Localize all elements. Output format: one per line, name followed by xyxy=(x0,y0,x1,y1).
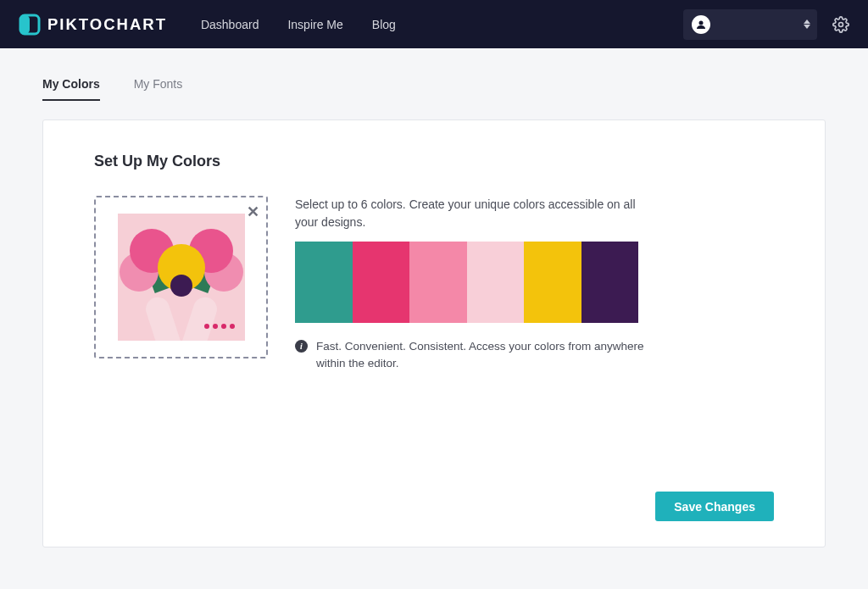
logo-icon xyxy=(19,14,41,36)
info-note: i Fast. Convenient. Consistent. Access y… xyxy=(295,338,651,373)
color-swatch-4[interactable] xyxy=(467,242,525,323)
settings-button[interactable] xyxy=(832,16,849,33)
color-swatch-2[interactable] xyxy=(353,242,410,323)
svg-point-3 xyxy=(839,22,843,26)
save-changes-button[interactable]: Save Changes xyxy=(655,492,774,521)
avatar-icon xyxy=(692,15,710,34)
info-icon: i xyxy=(295,340,308,353)
uploaded-thumbnail xyxy=(118,214,245,341)
main-nav: Dashboard Inspire Me Blog xyxy=(201,18,396,31)
remove-image-button[interactable]: ✕ xyxy=(247,203,259,221)
brand-logo[interactable]: PIKTOCHART xyxy=(19,14,167,36)
account-dropdown[interactable] xyxy=(683,9,817,40)
color-swatch-3[interactable] xyxy=(409,242,467,323)
description-text: Select up to 6 colors. Create your uniqu… xyxy=(295,196,651,231)
svg-point-2 xyxy=(699,20,704,25)
app-header: PIKTOCHART Dashboard Inspire Me Blog xyxy=(0,0,868,48)
info-text: Fast. Convenient. Consistent. Access you… xyxy=(316,338,651,373)
nav-dashboard[interactable]: Dashboard xyxy=(201,18,259,31)
brand-name: PIKTOCHART xyxy=(47,15,167,34)
tab-my-fonts[interactable]: My Fonts xyxy=(134,77,183,101)
color-palette xyxy=(295,242,638,323)
tab-my-colors[interactable]: My Colors xyxy=(42,77,100,101)
svg-rect-1 xyxy=(20,15,30,34)
image-dropzone[interactable]: ✕ xyxy=(94,196,268,358)
nav-inspire-me[interactable]: Inspire Me xyxy=(287,18,342,31)
color-swatch-1[interactable] xyxy=(295,242,353,323)
nav-blog[interactable]: Blog xyxy=(372,18,396,31)
settings-tabs: My Colors My Fonts xyxy=(0,48,868,101)
page-title: Set Up My Colors xyxy=(94,153,774,170)
chevron-updown-icon xyxy=(804,19,810,29)
color-swatch-6[interactable] xyxy=(581,242,639,323)
color-swatch-5[interactable] xyxy=(524,242,581,323)
settings-card: Set Up My Colors ✕ Select up to 6 colors… xyxy=(42,119,826,547)
